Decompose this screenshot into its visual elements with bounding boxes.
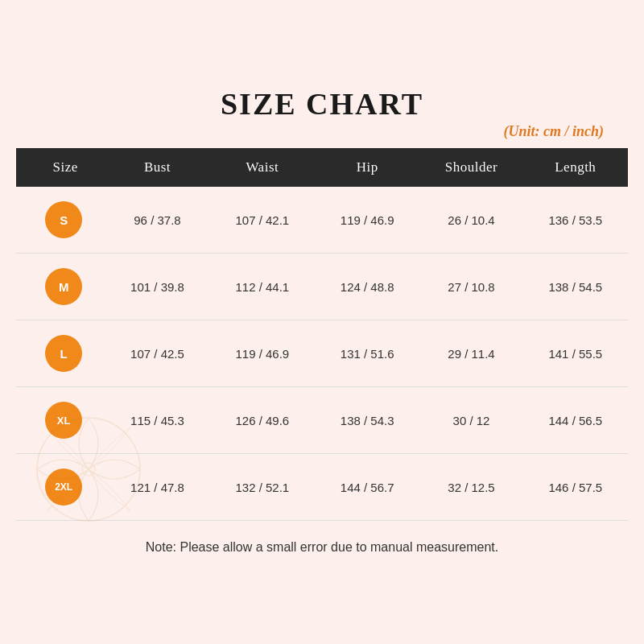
header-length: Length: [523, 148, 628, 187]
hip-cell: 124 / 48.8: [315, 254, 419, 320]
hip-cell: 138 / 54.3: [315, 387, 419, 454]
size-cell: L: [16, 320, 105, 387]
bust-cell: 101 / 39.8: [105, 254, 209, 320]
size-chart-container: SIZE CHART (Unit: cm / inch) Size Bust W…: [16, 78, 628, 566]
bust-cell: 107 / 42.5: [105, 320, 209, 387]
table-row: 2XL 121 / 47.8 132 / 52.1 144 / 56.7 32 …: [16, 454, 628, 521]
length-cell: 144 / 56.5: [523, 387, 628, 454]
shoulder-cell: 30 / 12: [419, 387, 522, 454]
table-row: M 101 / 39.8 112 / 44.1 124 / 48.8 27 / …: [16, 254, 628, 320]
size-cell: XL: [16, 387, 105, 454]
bust-cell: 115 / 45.3: [105, 387, 209, 454]
bust-cell: 121 / 47.8: [105, 454, 209, 521]
size-badge: S: [45, 201, 82, 238]
size-table: Size Bust Waist Hip Shoulder Length S 96…: [16, 148, 628, 521]
note-section: Note: Please allow a small error due to …: [16, 521, 628, 566]
table-row: S 96 / 37.8 107 / 42.1 119 / 46.9 26 / 1…: [16, 187, 628, 254]
shoulder-cell: 26 / 10.4: [419, 187, 522, 254]
waist-cell: 112 / 44.1: [210, 254, 315, 320]
header-bust: Bust: [105, 148, 209, 187]
size-badge: L: [45, 335, 82, 372]
size-cell: 2XL: [16, 454, 105, 521]
title-section: SIZE CHART (Unit: cm / inch): [16, 78, 628, 148]
shoulder-cell: 29 / 11.4: [419, 320, 522, 387]
unit-label: (Unit: cm / inch): [16, 123, 628, 140]
hip-cell: 131 / 51.6: [315, 320, 419, 387]
length-cell: 146 / 57.5: [523, 454, 628, 521]
main-title: SIZE CHART: [16, 86, 628, 122]
table-row: L 107 / 42.5 119 / 46.9 131 / 51.6 29 / …: [16, 320, 628, 387]
shoulder-cell: 27 / 10.8: [419, 254, 522, 320]
hip-cell: 144 / 56.7: [315, 454, 419, 521]
length-cell: 136 / 53.5: [523, 187, 628, 254]
note-text: Note: Please allow a small error due to …: [146, 540, 498, 554]
header-shoulder: Shoulder: [419, 148, 522, 187]
size-badge: M: [45, 268, 82, 305]
header-waist: Waist: [210, 148, 315, 187]
shoulder-cell: 32 / 12.5: [419, 454, 522, 521]
size-badge: 2XL: [45, 469, 82, 506]
waist-cell: 126 / 49.6: [210, 387, 315, 454]
length-cell: 138 / 54.5: [523, 254, 628, 320]
table-row: XL 115 / 45.3 126 / 49.6 138 / 54.3 30 /…: [16, 387, 628, 454]
table-header-row: Size Bust Waist Hip Shoulder Length: [16, 148, 628, 187]
size-cell: S: [16, 187, 105, 254]
header-size: Size: [16, 148, 105, 187]
header-hip: Hip: [315, 148, 419, 187]
length-cell: 141 / 55.5: [523, 320, 628, 387]
size-cell: M: [16, 254, 105, 320]
waist-cell: 107 / 42.1: [210, 187, 315, 254]
bust-cell: 96 / 37.8: [105, 187, 209, 254]
size-badge: XL: [45, 402, 82, 439]
waist-cell: 119 / 46.9: [210, 320, 315, 387]
waist-cell: 132 / 52.1: [210, 454, 315, 521]
hip-cell: 119 / 46.9: [315, 187, 419, 254]
